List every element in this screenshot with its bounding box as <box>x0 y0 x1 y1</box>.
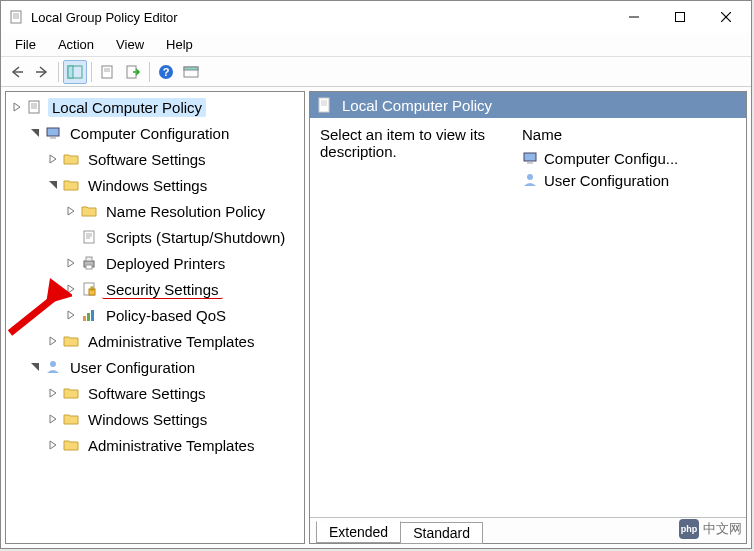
tree-node[interactable]: Policy-based QoS <box>62 302 304 328</box>
detail-header-title: Local Computer Policy <box>342 97 492 114</box>
watermark-logo: php <box>679 519 699 539</box>
tree-node[interactable]: Software Settings <box>44 146 304 172</box>
tree-node-label: Local Computer Policy <box>48 98 206 117</box>
toolbar-forward[interactable] <box>30 60 54 84</box>
tree-node-label: Windows Settings <box>84 410 211 429</box>
folder-icon <box>62 384 80 402</box>
svg-rect-32 <box>86 265 92 269</box>
user-icon <box>44 358 62 376</box>
folder-icon <box>62 176 80 194</box>
computer-icon <box>44 124 62 142</box>
svg-rect-37 <box>87 313 90 321</box>
svg-rect-12 <box>102 66 112 78</box>
expand-icon[interactable] <box>46 438 60 452</box>
folder-icon <box>62 150 80 168</box>
tree-node[interactable]: Administrative Templates <box>44 432 304 458</box>
tree-node[interactable]: Deployed Printers <box>62 250 304 276</box>
svg-point-39 <box>50 361 56 367</box>
list-item-label: User Configuration <box>544 172 669 189</box>
collapse-icon[interactable] <box>28 360 42 374</box>
svg-rect-26 <box>84 231 94 243</box>
list-item-label: Computer Configu... <box>544 150 678 167</box>
tree-node-label: Administrative Templates <box>84 436 258 455</box>
close-button[interactable] <box>703 2 749 32</box>
tree-node[interactable]: Scripts (Startup/Shutdown) <box>62 224 304 250</box>
collapse-icon[interactable] <box>28 126 42 140</box>
expand-icon[interactable] <box>46 334 60 348</box>
tree-node-label: User Configuration <box>66 358 199 377</box>
tree-node-label: Windows Settings <box>84 176 211 195</box>
tree-node[interactable]: Administrative Templates <box>44 328 304 354</box>
toolbar-filter[interactable] <box>179 60 203 84</box>
tree-pane[interactable]: Local Computer PolicyComputer Configurat… <box>5 91 305 544</box>
svg-rect-24 <box>47 128 59 136</box>
tree-node[interactable]: Windows Settings <box>44 406 304 432</box>
user-icon <box>522 172 538 188</box>
tree-node[interactable]: Software Settings <box>44 380 304 406</box>
menu-view[interactable]: View <box>106 35 154 54</box>
policy-tree: Local Computer PolicyComputer Configurat… <box>6 94 304 458</box>
tree-node[interactable]: Windows Settings <box>44 172 304 198</box>
expand-icon[interactable] <box>64 308 78 322</box>
svg-rect-44 <box>524 153 536 161</box>
svg-rect-25 <box>50 137 56 139</box>
svg-rect-11 <box>68 66 73 78</box>
tree-node[interactable]: Security Settings <box>62 276 304 302</box>
window-title: Local Group Policy Editor <box>31 10 178 25</box>
menu-action[interactable]: Action <box>48 35 104 54</box>
svg-text:?: ? <box>163 66 170 78</box>
toolbar-help[interactable]: ? <box>154 60 178 84</box>
menubar: File Action View Help <box>1 33 751 57</box>
tree-node-label: Software Settings <box>84 384 210 403</box>
document-icon <box>316 96 334 114</box>
tree-node[interactable]: Computer Configuration <box>26 120 304 146</box>
tree-node-label: Scripts (Startup/Shutdown) <box>102 228 289 247</box>
folder-icon <box>80 202 98 220</box>
tree-node-label: Software Settings <box>84 150 210 169</box>
list-item[interactable]: Computer Configu... <box>522 147 736 169</box>
collapse-icon[interactable] <box>46 178 60 192</box>
tab-standard[interactable]: Standard <box>400 522 483 544</box>
toolbar-back[interactable] <box>5 60 29 84</box>
tree-node-label: Security Settings <box>102 280 223 299</box>
expand-icon[interactable] <box>64 282 78 296</box>
menu-help[interactable]: Help <box>156 35 203 54</box>
maximize-button[interactable] <box>657 2 703 32</box>
svg-rect-5 <box>676 13 685 22</box>
tree-node[interactable]: Local Computer Policy <box>8 94 304 120</box>
column-header-name[interactable]: Name <box>522 126 736 143</box>
list-item[interactable]: User Configuration <box>522 169 736 191</box>
expand-icon[interactable] <box>46 386 60 400</box>
tree-node[interactable]: User Configuration <box>26 354 304 380</box>
expand-icon[interactable] <box>46 152 60 166</box>
expand-icon[interactable] <box>10 100 24 114</box>
app-window: Local Group Policy Editor File Action Vi… <box>0 0 752 549</box>
minimize-button[interactable] <box>611 2 657 32</box>
toolbar-separator <box>91 62 92 82</box>
qos-icon <box>80 306 98 324</box>
app-icon <box>9 9 25 25</box>
detail-body: Select an item to view its description. … <box>310 118 746 517</box>
detail-description: Select an item to view its description. <box>320 126 510 509</box>
window-controls <box>611 2 749 32</box>
tree-node-label: Name Resolution Policy <box>102 202 269 221</box>
tree-node-label: Computer Configuration <box>66 124 233 143</box>
expand-icon[interactable] <box>64 204 78 218</box>
expand-icon[interactable] <box>64 256 78 270</box>
svg-rect-20 <box>29 101 39 113</box>
menu-file[interactable]: File <box>5 35 46 54</box>
security-icon <box>80 280 98 298</box>
watermark-text: 中文网 <box>703 520 742 538</box>
tree-node[interactable]: Name Resolution Policy <box>62 198 304 224</box>
toolbar-export[interactable] <box>121 60 145 84</box>
folder-icon <box>62 436 80 454</box>
script-icon <box>80 228 98 246</box>
toolbar-show-tree[interactable] <box>63 60 87 84</box>
expand-icon[interactable] <box>46 412 60 426</box>
detail-header: Local Computer Policy <box>310 92 746 118</box>
content-area: Local Computer PolicyComputer Configurat… <box>1 87 751 548</box>
toolbar-properties[interactable] <box>96 60 120 84</box>
root-icon <box>26 98 44 116</box>
tab-extended[interactable]: Extended <box>316 521 401 543</box>
svg-rect-19 <box>184 67 198 70</box>
